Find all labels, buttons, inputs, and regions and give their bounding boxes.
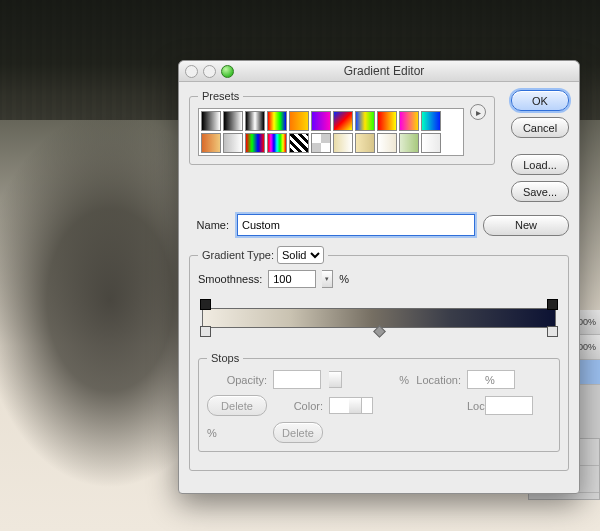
gradient-type-row: Gradient Type: Solid xyxy=(198,246,328,264)
preset-swatch[interactable] xyxy=(333,111,353,131)
presets-legend: Presets xyxy=(198,90,243,102)
preset-swatch[interactable] xyxy=(311,133,331,153)
opacity-input xyxy=(273,370,321,389)
location-unit-2: % xyxy=(207,427,267,439)
presets-menu-icon[interactable]: ▸ xyxy=(470,104,486,120)
preset-swatch-grid[interactable] xyxy=(198,108,464,156)
opacity-label: Opacity: xyxy=(207,374,267,386)
stops-legend: Stops xyxy=(207,352,243,364)
preset-swatch[interactable] xyxy=(421,133,441,153)
preset-swatch[interactable] xyxy=(267,111,287,131)
preset-swatch[interactable] xyxy=(333,133,353,153)
color-location-input xyxy=(485,396,533,415)
preset-swatch[interactable] xyxy=(201,111,221,131)
preset-swatch[interactable] xyxy=(201,133,221,153)
preset-swatch[interactable] xyxy=(311,111,331,131)
cancel-button[interactable]: Cancel xyxy=(511,117,569,138)
delete-opacity-stop-button: Delete xyxy=(207,395,267,416)
location-label-1: Location: xyxy=(415,374,461,386)
percent-sign: % xyxy=(339,273,349,285)
preset-swatch[interactable] xyxy=(355,111,375,131)
dialog-title: Gradient Editor xyxy=(195,64,573,78)
opacity-stepper xyxy=(329,371,342,388)
preset-swatch[interactable] xyxy=(289,133,309,153)
preset-swatch[interactable] xyxy=(399,133,419,153)
delete-color-stop-button: Delete xyxy=(273,422,323,443)
color-stepper xyxy=(349,397,362,414)
color-stop-left[interactable] xyxy=(200,326,211,337)
load-button[interactable]: Load... xyxy=(511,154,569,175)
preset-swatch[interactable] xyxy=(267,133,287,153)
preset-swatch[interactable] xyxy=(245,133,265,153)
midpoint-handle[interactable] xyxy=(374,325,387,338)
smoothness-label: Smoothness: xyxy=(198,273,262,285)
name-label: Name: xyxy=(189,219,229,231)
location-label-2: Location: xyxy=(467,400,479,412)
preset-swatch[interactable] xyxy=(377,133,397,153)
titlebar[interactable]: Gradient Editor xyxy=(179,61,579,82)
gradient-type-label: Gradient Type: xyxy=(202,249,274,261)
ok-button[interactable]: OK xyxy=(511,90,569,111)
preset-swatch[interactable] xyxy=(245,111,265,131)
gradient-bar[interactable] xyxy=(202,308,556,328)
opacity-stop-right[interactable] xyxy=(547,299,558,310)
preset-swatch[interactable] xyxy=(399,111,419,131)
save-button[interactable]: Save... xyxy=(511,181,569,202)
opacity-unit: % xyxy=(349,374,409,386)
preset-swatch[interactable] xyxy=(355,133,375,153)
color-label: Color: xyxy=(273,400,323,412)
gradient-editor-dialog: Gradient Editor Presets ▸ OK Cancel Load… xyxy=(178,60,580,494)
smoothness-input[interactable] xyxy=(268,270,316,288)
color-stop-right[interactable] xyxy=(547,326,558,337)
gradient-name-input[interactable] xyxy=(237,214,475,236)
smoothness-stepper[interactable]: ▾ xyxy=(322,270,333,288)
opacity-stop-left[interactable] xyxy=(200,299,211,310)
preset-swatch[interactable] xyxy=(223,111,243,131)
preset-swatch[interactable] xyxy=(289,111,309,131)
gradient-type-select[interactable]: Solid xyxy=(277,246,324,264)
new-button[interactable]: New xyxy=(483,215,569,236)
preset-swatch[interactable] xyxy=(421,111,441,131)
preset-swatch[interactable] xyxy=(223,133,243,153)
location-unit-1: % xyxy=(485,374,545,386)
preset-swatch[interactable] xyxy=(377,111,397,131)
